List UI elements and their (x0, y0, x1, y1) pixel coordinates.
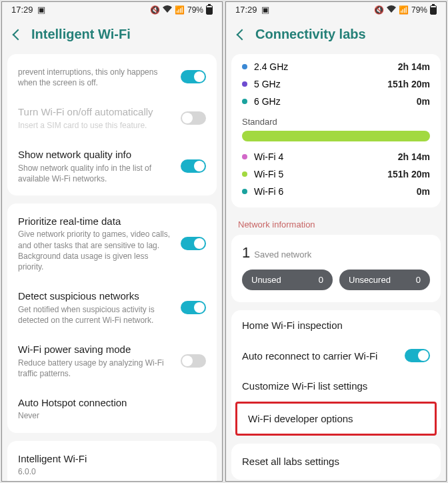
signal-icon: 📶 (175, 5, 185, 15)
status-time: 17:29 (235, 5, 257, 15)
row-sub: Give network priority to games, video ca… (18, 229, 206, 272)
toggle[interactable] (405, 349, 430, 362)
pill-count: 0 (416, 275, 421, 285)
battery-icon (430, 5, 437, 15)
saved-label: Saved network (254, 250, 311, 260)
setting-row-quality[interactable]: Show network quality info Show network q… (7, 139, 217, 193)
card-middle: Prioritize real-time data Give network p… (7, 203, 217, 433)
page-title: Connectivity labs (255, 27, 366, 42)
battery-pct: 79% (187, 5, 203, 15)
dot-icon (242, 64, 247, 69)
dot-icon (242, 154, 247, 159)
setting-row-hotspot[interactable]: Auto Hotspot connection Never (7, 388, 217, 430)
wstd-val: 2h 14m (398, 151, 430, 162)
row-title: Wi-Fi developer options (248, 412, 424, 426)
back-button[interactable] (13, 29, 24, 40)
setting-row-suspicious[interactable]: Detect suspicious networks Get notified … (7, 281, 217, 334)
freq-label: 5 GHz (254, 79, 281, 89)
wstd-label: Wi-Fi 4 (254, 151, 283, 162)
standard-label: Standard (231, 110, 441, 131)
row-sub: Insert a SIM card to use this feature. (18, 120, 206, 131)
status-bar: 17:29 ▣ 🔇 📶 79% (226, 2, 446, 16)
back-button[interactable] (237, 29, 248, 40)
toggle[interactable] (181, 237, 206, 250)
header: Intelligent Wi-Fi (2, 16, 222, 54)
row-title: Intelligent Wi-Fi (18, 452, 206, 466)
row-title: Reset all labs settings (242, 455, 430, 468)
card-menu: Home Wi-Fi inspection Auto reconnect to … (231, 310, 441, 436)
network-info-label: Network information (226, 215, 446, 235)
freq-val: 0m (417, 96, 430, 107)
standard-bar (242, 131, 430, 141)
row-title: Wi-Fi power saving mode (18, 343, 206, 356)
wstd-label: Wi-Fi 5 (254, 169, 283, 179)
freq-row: 6 GHz 0m (231, 93, 441, 110)
phone-left: 17:29 ▣ 🔇 📶 79% Intelligent Wi-Fi preven… (1, 1, 223, 482)
dot-icon (242, 81, 247, 87)
toggle (181, 111, 206, 125)
dot-icon (242, 189, 247, 194)
row-sub: 6.0.0 (18, 466, 206, 477)
wstd-val: 151h 20m (387, 169, 430, 179)
wifi-icon (387, 5, 396, 15)
menu-home-inspection[interactable]: Home Wi-Fi inspection (231, 310, 441, 341)
wstd-row: Wi-Fi 5 151h 20m (231, 165, 441, 183)
dot-icon (242, 99, 247, 104)
wstd-val: 0m (417, 186, 430, 197)
row-title: Prioritize real-time data (18, 215, 206, 228)
row-sub: Reduce battery usage by analyzing Wi-Fi … (18, 358, 206, 379)
mute-icon: 🔇 (150, 5, 160, 15)
row-title: Turn Wi-Fi on/off automatically (18, 105, 206, 119)
setting-row-partial[interactable]: prevent interruptions, this only happens… (7, 57, 217, 97)
setting-row-prioritize[interactable]: Prioritize real-time data Give network p… (7, 206, 217, 281)
card-bottom: Intelligent Wi-Fi 6.0.0 Connectivity lab… (7, 441, 217, 481)
menu-auto-reconnect[interactable]: Auto reconnect to carrier Wi-Fi (231, 341, 441, 372)
pill-count: 0 (319, 275, 323, 285)
freq-val: 2h 14m (398, 61, 430, 72)
row-title: Auto reconnect to carrier Wi-Fi (242, 350, 430, 363)
pill-row: Unused 0 Unsecured 0 (231, 268, 441, 300)
status-bar: 17:29 ▣ 🔇 📶 79% (2, 2, 222, 16)
card-top: prevent interruptions, this only happens… (7, 54, 217, 195)
row-sub: Never (18, 410, 206, 421)
wstd-row: Wi-Fi 6 0m (231, 183, 441, 205)
menu-reset[interactable]: Reset all labs settings (231, 446, 441, 477)
freq-label: 6 GHz (254, 96, 281, 107)
pill-label: Unused (251, 275, 281, 285)
row-title: Customize Wi-Fi list settings (242, 380, 430, 393)
card-saved: 1 Saved network Unused 0 Unsecured 0 (231, 235, 441, 302)
saved-count: 1 (242, 244, 250, 262)
menu-dev-options[interactable]: Wi-Fi developer options (237, 404, 435, 434)
header: Connectivity labs (226, 16, 446, 54)
status-time: 17:29 (11, 5, 33, 15)
toggle[interactable] (181, 301, 206, 314)
row-title: Auto Hotspot connection (18, 396, 206, 410)
menu-customize-list[interactable]: Customize Wi-Fi list settings (231, 371, 441, 402)
pill-label: Unsecured (349, 275, 391, 285)
card-stats: 2.4 GHz 2h 14m 5 GHz 151h 20m 6 GHz 0m S… (231, 54, 441, 207)
saved-network-row[interactable]: 1 Saved network (231, 237, 441, 268)
setting-row-intelligent-wifi[interactable]: Intelligent Wi-Fi 6.0.0 (7, 444, 217, 481)
toggle[interactable] (181, 159, 206, 173)
row-sub: prevent interruptions, this only happens… (18, 67, 206, 88)
pill-unsecured[interactable]: Unsecured 0 (339, 270, 430, 290)
mute-icon: 🔇 (374, 5, 384, 15)
card-reset: Reset all labs settings (231, 444, 441, 480)
setting-row-powersave[interactable]: Wi-Fi power saving mode Reduce battery u… (7, 334, 217, 388)
notif-icon: ▣ (261, 5, 269, 15)
page-title: Intelligent Wi-Fi (31, 27, 131, 42)
wstd-row: Wi-Fi 4 2h 14m (231, 148, 441, 165)
toggle[interactable] (181, 70, 206, 83)
battery-icon (206, 5, 213, 15)
wstd-label: Wi-Fi 6 (254, 186, 283, 197)
signal-icon: 📶 (399, 5, 409, 15)
notif-icon: ▣ (37, 5, 45, 15)
pill-unused[interactable]: Unused 0 (242, 270, 333, 290)
toggle[interactable] (181, 354, 206, 368)
highlight-dev-options: Wi-Fi developer options (235, 402, 437, 436)
dot-icon (242, 171, 247, 177)
row-title: Home Wi-Fi inspection (242, 319, 430, 332)
freq-row: 5 GHz 151h 20m (231, 75, 441, 93)
row-sub: Show network quality info in the list of… (18, 163, 206, 184)
setting-row-auto-wifi: Turn Wi-Fi on/off automatically Insert a… (7, 97, 217, 139)
